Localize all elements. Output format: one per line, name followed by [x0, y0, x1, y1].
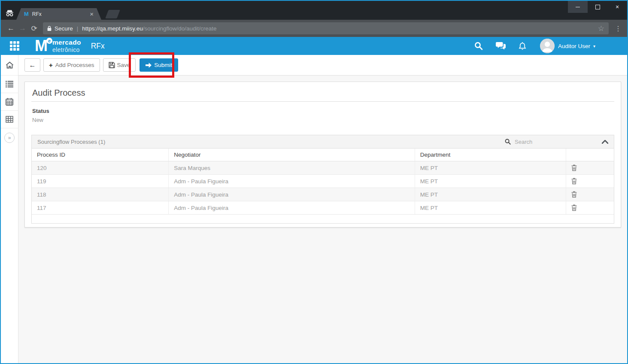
maximize-icon — [595, 5, 600, 9]
maximize-button[interactable] — [588, 1, 607, 13]
cell-department: ME PT — [415, 188, 566, 201]
left-sidebar: » — [1, 55, 18, 363]
chat-icon[interactable] — [490, 42, 512, 50]
url-text: https://qa.mept.miisy.eu/sourcingflow/do… — [82, 25, 598, 32]
plus-icon: + — [49, 61, 53, 69]
url-separator: | — [77, 25, 78, 32]
column-header-actions — [566, 149, 614, 161]
delete-row-button[interactable] — [571, 191, 577, 198]
back-button[interactable]: ← — [24, 58, 40, 72]
status-value: New — [32, 117, 613, 123]
brand-line-1: mercado — [52, 39, 81, 46]
url-path: /sourcingflow/do/audit/create — [143, 25, 217, 32]
collapse-panel-button[interactable] — [602, 140, 608, 144]
tab-strip: M RFx × × — [1, 1, 627, 20]
trash-icon — [571, 164, 577, 171]
user-avatar[interactable] — [540, 39, 555, 53]
save-button[interactable]: Save — [103, 58, 136, 72]
sidebar-item-calendar[interactable] — [1, 93, 18, 111]
mercado-eletronico-logo[interactable]: M e mercado eletrônico — [35, 39, 81, 53]
page-content: Audit Process Status New Sourcingflow Pr… — [18, 76, 627, 234]
table-row: 119 Adm - Paula Figueira ME PT — [32, 175, 614, 188]
sidebar-item-home[interactable] — [1, 55, 18, 76]
app-page-title: RFx — [91, 42, 105, 51]
submit-label: Submit — [154, 62, 172, 68]
logo-m: M — [35, 39, 47, 52]
page-title: Audit Process — [31, 82, 614, 102]
cell-negotiator: Adm - Paula Figueira — [169, 201, 415, 215]
delete-row-button[interactable] — [571, 178, 577, 185]
minimize-icon — [576, 7, 580, 7]
tab-title: RFx — [32, 11, 90, 17]
search-input[interactable] — [514, 138, 561, 146]
arrow-right-icon — [146, 63, 152, 68]
delete-row-button[interactable] — [571, 204, 577, 211]
status-label: Status — [32, 108, 613, 114]
user-menu-label[interactable]: Auditor User — [558, 43, 590, 49]
chevron-double-right-icon: » — [4, 133, 15, 143]
column-header-process-id: Process ID — [32, 149, 169, 161]
brand-text: mercado eletrônico — [52, 39, 81, 53]
cell-negotiator: Adm - Paula Figueira — [169, 188, 415, 201]
browser-menu-icon[interactable]: ⋮ — [613, 24, 624, 33]
table-icon — [6, 116, 13, 123]
search-icon[interactable] — [468, 42, 490, 50]
user-caret-down-icon[interactable]: ▾ — [593, 44, 595, 49]
cell-department: ME PT — [415, 201, 566, 215]
close-icon: × — [616, 4, 619, 10]
address-bar[interactable]: Secure | https://qa.mept.miisy.eu/sourci… — [43, 22, 609, 34]
save-label: Save — [117, 62, 130, 68]
logo-e-badge: e — [46, 38, 52, 44]
trash-icon — [571, 191, 577, 198]
add-processes-label: Add Processes — [55, 62, 94, 68]
audit-process-card: Audit Process Status New Sourcingflow Pr… — [24, 82, 621, 228]
url-domain: https://qa.mept.miisy.eu — [82, 25, 143, 32]
chevron-up-icon — [602, 140, 608, 144]
minimize-button[interactable] — [568, 1, 588, 13]
cell-process-id: 119 — [32, 175, 169, 188]
browser-tab[interactable]: M RFx × — [16, 8, 101, 20]
search-icon — [505, 139, 511, 145]
sidebar-item-list[interactable] — [1, 76, 18, 93]
table-row: 118 Adm - Paula Figueira ME PT — [32, 188, 614, 201]
site-favicon: M — [24, 11, 29, 17]
address-toolbar: ← → ⟳ Secure | https://qa.mept.miisy.eu/… — [1, 20, 627, 37]
forward-nav-icon[interactable]: → — [17, 24, 28, 33]
cell-department: ME PT — [415, 161, 566, 175]
bookmark-star-icon[interactable]: ☆ — [598, 24, 604, 33]
browser-window: M RFx × × ← → ⟳ Secure | https://qa.mept… — [0, 0, 628, 364]
incognito-icon — [5, 9, 15, 18]
panel-header: Sourcingflow Processes (1) — [32, 135, 614, 149]
cell-process-id: 118 — [32, 188, 169, 201]
column-header-department: Department — [415, 149, 566, 161]
reload-icon[interactable]: ⟳ — [28, 24, 40, 33]
tab-close-icon[interactable]: × — [90, 11, 94, 17]
notifications-bell-icon[interactable] — [512, 42, 534, 50]
column-header-negotiator: Negotiator — [169, 149, 415, 161]
sidebar-item-table[interactable] — [1, 111, 18, 128]
apps-grid-icon[interactable] — [5, 41, 24, 51]
home-icon — [6, 61, 14, 69]
cell-process-id: 120 — [32, 161, 169, 175]
sidebar-expand-button[interactable]: » — [1, 128, 18, 147]
table-header-row: Process ID Negotiator Department — [32, 149, 614, 161]
lock-icon[interactable] — [47, 26, 52, 31]
back-nav-icon[interactable]: ← — [5, 24, 17, 33]
table-row: 120 Sara Marques ME PT — [32, 161, 614, 175]
window-controls: × — [568, 1, 627, 13]
cell-process-id: 117 — [32, 201, 169, 215]
floppy-disk-icon — [109, 62, 115, 68]
close-button[interactable]: × — [607, 1, 627, 13]
sourcingflow-processes-panel: Sourcingflow Processes (1) — [31, 135, 614, 224]
app-header: M e mercado eletrônico RFx — [1, 37, 627, 55]
submit-button[interactable]: Submit — [140, 58, 178, 72]
add-processes-button[interactable]: + Add Processes — [43, 58, 100, 72]
panel-title: Sourcingflow Processes (1) — [37, 139, 105, 145]
brand-line-2: eletrônico — [52, 47, 81, 53]
trash-icon — [571, 178, 577, 185]
new-tab-button[interactable] — [105, 10, 120, 18]
cell-negotiator: Sara Marques — [169, 161, 415, 175]
action-toolbar: ← + Add Processes Save — [18, 55, 627, 76]
cell-department: ME PT — [415, 175, 566, 188]
delete-row-button[interactable] — [571, 164, 577, 171]
